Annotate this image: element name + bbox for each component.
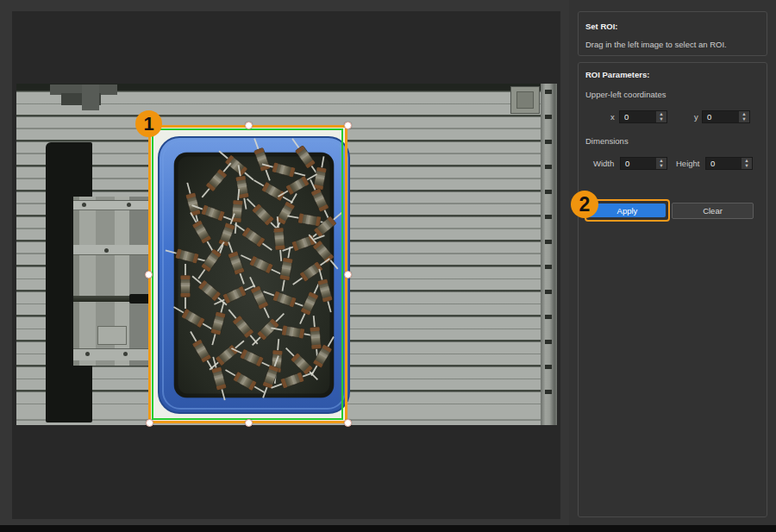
annotation-step-2-badge: 2 [571, 191, 598, 218]
width-spinbox: ▲ ▼ [620, 157, 667, 170]
roi-handle-mid-right[interactable] [344, 271, 352, 279]
roi-handle-bottom-center[interactable] [245, 419, 253, 427]
y-label: y [694, 112, 698, 122]
width-input[interactable] [621, 158, 656, 169]
dimensions-label: Dimensions [585, 136, 629, 146]
upper-left-coordinates-label: Upper-left coordinates [585, 90, 666, 99]
roi-inner-rect [152, 128, 343, 420]
height-spinner[interactable]: ▲ ▼ [742, 158, 752, 169]
y-spinbox: ▲ ▼ [702, 110, 750, 123]
x-spinner[interactable]: ▲ ▼ [656, 111, 666, 122]
image-viewport[interactable]: 1 [12, 11, 560, 519]
roi-parameters-section: ROI Parameters: Upper-left coordinates x… [578, 62, 767, 517]
set-roi-section: Set ROI: Drag in the left image to selec… [578, 11, 767, 56]
spinner-down-icon[interactable]: ▼ [744, 164, 748, 169]
width-spinner[interactable]: ▲ ▼ [656, 158, 666, 169]
roi-handle-top-center[interactable] [245, 122, 253, 129]
clear-button[interactable]: Clear [672, 203, 754, 219]
bottom-bar [0, 525, 776, 532]
x-label: x [610, 112, 615, 122]
spinner-down-icon[interactable]: ▼ [742, 117, 746, 122]
spinner-down-icon[interactable]: ▼ [659, 164, 663, 169]
annotation-step-1-badge: 1 [135, 110, 162, 137]
height-input[interactable] [706, 158, 742, 169]
y-spinner[interactable]: ▲ ▼ [739, 111, 749, 122]
x-input[interactable] [620, 111, 656, 122]
x-spinbox: ▲ ▼ [619, 110, 667, 123]
roi-handle-top-right[interactable] [344, 122, 352, 129]
roi-handle-bottom-right[interactable] [344, 419, 352, 427]
apply-button[interactable]: Apply [589, 203, 666, 217]
set-roi-title: Set ROI: [585, 22, 617, 31]
set-roi-description: Drag in the left image to select an ROI. [585, 40, 727, 49]
y-input[interactable] [703, 111, 739, 122]
roi-handle-mid-left[interactable] [145, 271, 153, 279]
height-label: Height [676, 159, 699, 168]
width-label: Width [593, 159, 614, 168]
height-spinbox: ▲ ▼ [705, 157, 753, 170]
roi-handle-bottom-left[interactable] [146, 419, 153, 427]
roi-settings-window: 1 Set ROI: Drag in the left image to sel… [0, 0, 776, 532]
settings-panel: Set ROI: Drag in the left image to selec… [569, 0, 776, 525]
spinner-down-icon[interactable]: ▼ [659, 117, 663, 122]
roi-parameters-title: ROI Parameters: [585, 70, 649, 79]
